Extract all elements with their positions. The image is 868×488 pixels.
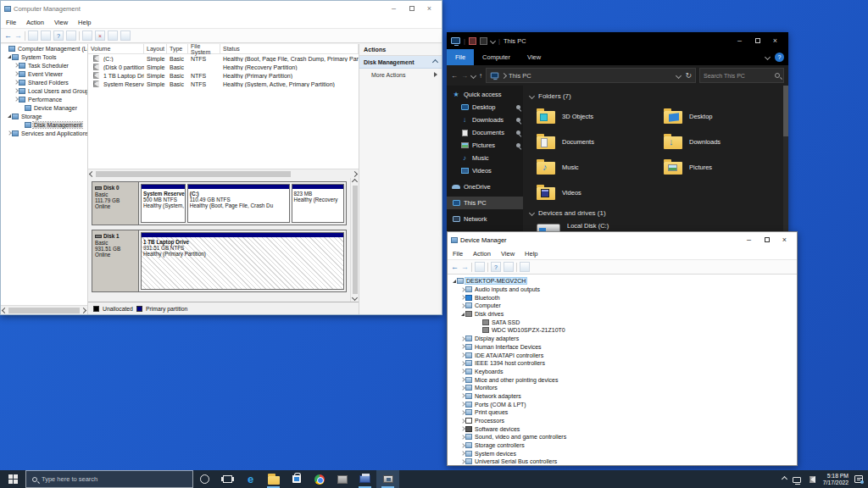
nav-desktop[interactable]: Desktop xyxy=(447,101,523,114)
search-icon[interactable] xyxy=(775,73,780,78)
partition-c-drive[interactable]: (C:)110.49 GB NTFSHealthy (Boot, Page Fi… xyxy=(187,184,290,223)
collapsed-icon[interactable] xyxy=(459,427,465,430)
folder-videos[interactable]: Videos xyxy=(537,180,664,205)
taskbar-search-input[interactable] xyxy=(42,475,186,483)
computer-management-button[interactable] xyxy=(331,470,353,488)
collapsed-icon[interactable] xyxy=(13,80,19,84)
forward-icon[interactable]: → xyxy=(461,263,469,271)
collapsed-icon[interactable] xyxy=(459,345,465,348)
collapse-group-icon[interactable] xyxy=(529,92,535,98)
column-file-system[interactable]: File System xyxy=(188,44,220,53)
scrollbar-thumb[interactable] xyxy=(8,308,80,313)
disk-0-label[interactable]: Disk 0 Basic 111.79 GB Online xyxy=(92,182,139,225)
collapsed-icon[interactable] xyxy=(459,460,465,463)
device-category-usb[interactable]: Universal Serial Bus controllers xyxy=(448,458,797,465)
tree-item-storage[interactable]: Storage xyxy=(1,112,87,120)
device-category-print-queues[interactable]: Print queues xyxy=(448,408,797,417)
tree-horizontal-scrollbar[interactable] xyxy=(1,305,87,314)
device-computer-root[interactable]: DESKTOP-MEGV2CH xyxy=(448,277,797,286)
collapsed-icon[interactable] xyxy=(13,72,19,75)
tree-item-task-scheduler[interactable]: Task Scheduler xyxy=(1,61,87,69)
volume-row[interactable]: (C:)SimpleBasicNTFSHealthy (Boot, Page F… xyxy=(88,54,359,63)
menu-action[interactable]: Action xyxy=(21,19,49,26)
delete-volume-icon[interactable]: × xyxy=(95,30,105,41)
collapsed-icon[interactable] xyxy=(459,411,465,414)
partition-recovery[interactable]: 823 MBHealthy (Recovery xyxy=(292,184,344,223)
cm-title-bar[interactable]: Computer Management xyxy=(1,1,442,16)
nav-quick-access[interactable]: ★Quick access xyxy=(447,88,523,101)
device-category-network[interactable]: Network adapters xyxy=(448,392,797,401)
collapsed-icon[interactable] xyxy=(459,353,465,357)
tab-computer[interactable]: Computer xyxy=(474,49,519,65)
tree-item-local-users[interactable]: Local Users and Groups xyxy=(1,86,87,95)
help-icon[interactable]: ? xyxy=(775,53,784,62)
maximize-icon[interactable] xyxy=(758,233,776,247)
collapsed-icon[interactable] xyxy=(6,131,12,135)
task-view-button[interactable] xyxy=(216,470,239,488)
tree-item-device-manager[interactable]: Device Manager xyxy=(1,103,87,112)
collapsed-icon[interactable] xyxy=(459,369,465,373)
minimize-icon[interactable] xyxy=(385,2,403,15)
partition-1tb-laptop-drive[interactable]: 1 TB Laptop Drive931.51 GB NTFSHealthy (… xyxy=(141,232,344,290)
collapsed-icon[interactable] xyxy=(459,288,465,291)
menu-file[interactable]: File xyxy=(448,250,468,258)
help-icon[interactable]: ? xyxy=(491,262,501,272)
back-icon[interactable]: ← xyxy=(4,31,12,40)
edge-button[interactable]: e xyxy=(239,470,262,488)
collapsed-icon[interactable] xyxy=(459,304,465,308)
collapse-group-icon[interactable] xyxy=(529,209,535,215)
action-center-icon[interactable] xyxy=(854,475,863,483)
folder-desktop[interactable]: Desktop xyxy=(664,103,791,129)
collapsed-icon[interactable] xyxy=(13,64,19,67)
collapsed-icon[interactable] xyxy=(459,337,465,341)
device-category-audio[interactable]: Audio inputs and outputs xyxy=(448,286,797,294)
show-console-tree-icon[interactable] xyxy=(28,30,38,41)
nav-downloads[interactable]: ↓Downloads xyxy=(447,114,523,126)
device-category-ieee1394[interactable]: IEEE 1394 host controllers xyxy=(448,359,797,368)
explorer-search-input[interactable] xyxy=(704,73,775,79)
scroll-left-icon[interactable] xyxy=(2,307,8,313)
collapsed-icon[interactable] xyxy=(459,296,465,299)
tree-item-shared-folders[interactable]: Shared Folders xyxy=(1,78,87,86)
device-category-storage-controllers[interactable]: Storage controllers xyxy=(448,441,797,450)
device-category-hid[interactable]: Human Interface Devices xyxy=(448,343,797,352)
help-icon[interactable]: ? xyxy=(53,30,64,41)
recent-locations-icon[interactable] xyxy=(470,72,476,78)
device-category-disk-drives[interactable]: Disk drives xyxy=(448,310,797,319)
collapsed-icon[interactable] xyxy=(459,444,465,447)
close-icon[interactable] xyxy=(766,34,784,47)
expanded-icon[interactable] xyxy=(6,114,12,118)
disk-1-label[interactable]: Disk 1 Basic 931.51 GB Online xyxy=(92,230,139,291)
dm-title-bar[interactable]: Device Manager xyxy=(448,232,797,247)
taskbar-search-box[interactable] xyxy=(25,470,193,488)
scrollbar-thumb[interactable] xyxy=(783,86,788,136)
scroll-down-icon[interactable] xyxy=(352,295,358,301)
nav-pictures[interactable]: Pictures xyxy=(447,139,523,152)
tree-item-performance[interactable]: Performance xyxy=(1,95,87,103)
device-category-software-devices[interactable]: Software devices xyxy=(448,424,797,433)
device-category-system-devices[interactable]: System devices xyxy=(448,449,797,458)
folder-3d-objects[interactable]: 3D Objects xyxy=(537,103,664,129)
folder-pictures[interactable]: Pictures xyxy=(664,154,791,180)
collapse-icon[interactable] xyxy=(432,58,438,64)
store-button[interactable] xyxy=(285,470,308,488)
breadcrumb[interactable]: This PC xyxy=(509,72,531,80)
close-icon[interactable] xyxy=(776,233,793,247)
expanded-icon[interactable] xyxy=(451,280,457,283)
device-category-bluetooth[interactable]: Bluetooth xyxy=(448,293,797,302)
properties-icon[interactable] xyxy=(82,30,92,41)
scroll-up-icon[interactable] xyxy=(352,179,358,185)
refresh-icon[interactable]: ↻ xyxy=(685,71,692,80)
start-button[interactable] xyxy=(0,470,25,488)
back-icon[interactable]: ← xyxy=(451,263,459,271)
collapsed-icon[interactable] xyxy=(459,402,465,406)
device-category-ide[interactable]: IDE ATA/ATAPI controllers xyxy=(448,351,797,359)
column-type[interactable]: Type xyxy=(167,44,188,53)
device-category-keyboards[interactable]: Keyboards xyxy=(448,368,797,376)
actions-disk-management-group[interactable]: Disk Management xyxy=(359,56,442,69)
menu-view[interactable]: View xyxy=(496,250,520,258)
nav-onedrive[interactable]: OneDrive xyxy=(447,180,523,193)
scroll-right-icon[interactable] xyxy=(81,307,86,313)
expanded-icon[interactable] xyxy=(6,55,12,58)
hidden-icons-chevron[interactable] xyxy=(782,476,787,482)
